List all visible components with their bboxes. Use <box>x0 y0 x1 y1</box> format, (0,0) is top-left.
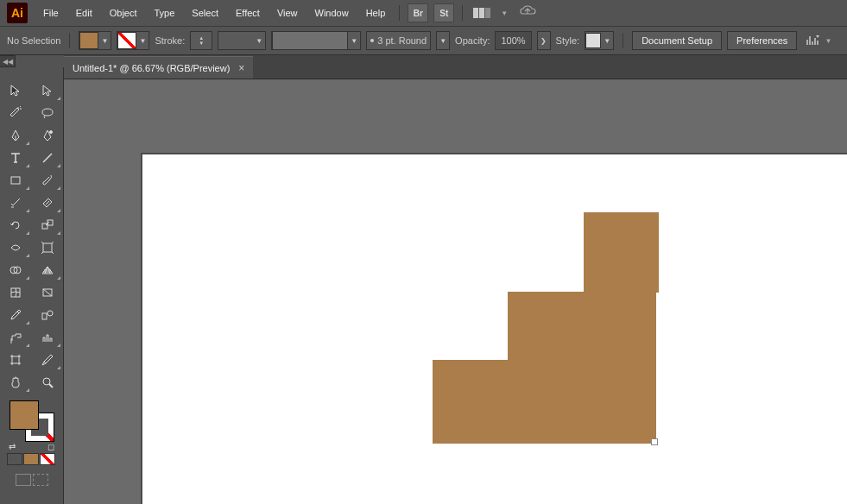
resize-handle[interactable] <box>651 438 658 445</box>
brush-size-field[interactable]: 3 pt. Round <box>366 31 431 50</box>
fill-stroke-swatches[interactable] <box>9 400 54 442</box>
separator <box>623 33 623 48</box>
menu-help[interactable]: Help <box>359 4 393 22</box>
line-segment-tool[interactable] <box>32 147 64 169</box>
document-setup-button[interactable]: Document Setup <box>632 31 722 50</box>
opacity-label: Opacity: <box>455 35 490 46</box>
rectangle-tool[interactable] <box>0 169 32 192</box>
chevron-down-icon: ▼ <box>348 37 360 45</box>
fill-color-dropdown[interactable]: ▼ <box>79 31 111 50</box>
curvature-tool[interactable] <box>32 124 64 147</box>
artboard[interactable] <box>142 154 847 504</box>
control-bar: No Selection ▼ ▼ Stroke: ▲▼ ▼ ▼ 3 pt. Ro… <box>0 26 847 55</box>
direct-selection-tool[interactable] <box>32 79 64 102</box>
fill-swatch-large[interactable] <box>9 400 39 430</box>
canvas-area[interactable] <box>64 79 847 504</box>
tools-panel: ⇄ ◻ <box>0 67 64 504</box>
symbol-sprayer-tool[interactable] <box>0 326 32 349</box>
document-tab[interactable]: Untitled-1* @ 66.67% (RGB/Preview) × <box>64 56 253 79</box>
menu-file[interactable]: File <box>36 4 66 22</box>
shape-step-3[interactable] <box>584 212 659 293</box>
separator <box>462 5 463 21</box>
document-tab-title: Untitled-1* @ 66.67% (RGB/Preview) <box>73 63 230 73</box>
menu-bar: Ai File Edit Object Type Select Effect V… <box>0 0 847 26</box>
arrange-documents-button[interactable] <box>470 8 494 18</box>
hand-tool[interactable] <box>0 371 32 394</box>
screen-mode-normal[interactable] <box>16 474 31 486</box>
color-mode-row <box>0 453 63 465</box>
width-tool[interactable] <box>0 236 32 259</box>
color-mode-none[interactable] <box>40 453 55 465</box>
svg-rect-4 <box>43 243 52 252</box>
color-mode-gradient[interactable] <box>23 453 39 465</box>
selection-tool[interactable] <box>0 79 32 102</box>
svg-rect-1 <box>11 177 20 184</box>
menu-window[interactable]: Window <box>308 4 356 22</box>
menu-type[interactable]: Type <box>148 4 182 22</box>
fill-swatch <box>79 32 98 49</box>
magic-wand-tool[interactable] <box>0 102 32 124</box>
shape-step-1[interactable] <box>433 360 656 444</box>
document-tab-bar: Untitled-1* @ 66.67% (RGB/Preview) × <box>64 55 847 79</box>
free-transform-tool[interactable] <box>32 236 64 259</box>
menu-edit[interactable]: Edit <box>69 4 99 22</box>
lasso-tool[interactable] <box>32 102 64 124</box>
default-fill-stroke-icon[interactable]: ◻ <box>47 442 54 451</box>
stroke-label: Stroke: <box>155 35 185 46</box>
type-tool[interactable] <box>0 147 32 169</box>
mesh-tool[interactable] <box>0 281 32 304</box>
eyedropper-tool[interactable] <box>0 304 32 326</box>
opacity-value: 100% <box>501 35 525 46</box>
bridge-button[interactable]: Br <box>408 3 428 22</box>
svg-rect-11 <box>12 356 19 363</box>
shape-builder-tool[interactable] <box>0 259 32 281</box>
blend-tool[interactable] <box>32 304 64 326</box>
screen-mode-full[interactable] <box>33 474 48 486</box>
brush-preview <box>272 31 348 50</box>
stroke-swatch <box>117 32 136 49</box>
separator <box>69 33 70 48</box>
svg-point-0 <box>49 131 52 134</box>
graphic-style-dropdown[interactable]: ▼ <box>585 31 614 50</box>
brush-size-dropdown[interactable]: ▼ <box>436 31 450 50</box>
menu-view[interactable]: View <box>270 4 305 22</box>
stroke-color-dropdown[interactable]: ▼ <box>117 31 149 50</box>
artboard-tool[interactable] <box>0 349 32 371</box>
svg-point-10 <box>47 311 53 316</box>
perspective-grid-tool[interactable] <box>32 259 64 281</box>
app-logo: Ai <box>7 3 28 23</box>
opacity-input[interactable]: 100% <box>495 31 531 50</box>
shape-step-2[interactable] <box>508 292 656 361</box>
brush-definition-dropdown[interactable]: ▼ <box>271 31 361 50</box>
chevron-down-icon: ▼ <box>98 37 111 45</box>
preferences-button[interactable]: Preferences <box>727 31 797 50</box>
gradient-tool[interactable] <box>32 281 64 304</box>
menu-object[interactable]: Object <box>103 4 144 22</box>
column-graph-tool[interactable] <box>32 326 64 349</box>
brush-size-label: 3 pt. Round <box>377 35 427 46</box>
rotate-tool[interactable] <box>0 214 32 236</box>
menu-effect[interactable]: Effect <box>229 4 267 22</box>
eraser-tool[interactable] <box>32 192 64 214</box>
opacity-dropdown[interactable]: ❯ <box>537 31 551 50</box>
swap-fill-stroke-icon[interactable]: ⇄ <box>9 442 16 451</box>
zoom-tool[interactable] <box>32 371 64 394</box>
color-mode-solid[interactable] <box>7 453 22 465</box>
separator <box>399 5 400 21</box>
gpu-preview-icon[interactable] <box>515 5 542 21</box>
shaper-tool[interactable] <box>0 192 32 214</box>
close-icon[interactable]: × <box>238 62 244 74</box>
stroke-weight-stepper[interactable]: ▲▼ <box>190 31 212 50</box>
chevron-down-icon: ▼ <box>136 37 149 45</box>
paintbrush-tool[interactable] <box>32 169 64 192</box>
chevron-down-icon[interactable]: ▼ <box>497 9 511 17</box>
panel-collapse-tab[interactable]: ◀◀ <box>0 55 16 67</box>
slice-tool[interactable] <box>32 349 64 371</box>
stock-button[interactable]: St <box>433 3 454 22</box>
scale-tool[interactable] <box>32 214 64 236</box>
align-options-dropdown[interactable]: ▼ <box>802 34 838 47</box>
style-swatch <box>585 33 601 48</box>
stroke-profile-dropdown[interactable]: ▼ <box>218 31 266 50</box>
menu-select[interactable]: Select <box>185 4 225 22</box>
pen-tool[interactable] <box>0 124 32 147</box>
